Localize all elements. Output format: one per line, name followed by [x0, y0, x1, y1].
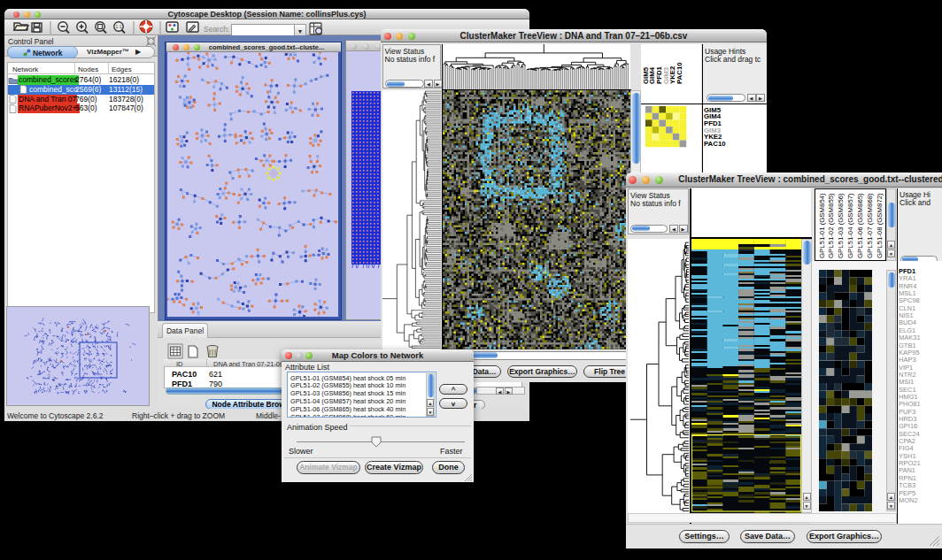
svg-text:1:1: 1:1	[116, 24, 122, 29]
svg-text:PAC10: PAC10	[676, 62, 683, 84]
svg-text:GPL51-08 (GSM872): GPL51-08 (GSM872)	[875, 192, 883, 257]
svg-text:GPL51-06 (GSM865): GPL51-06 (GSM865)	[856, 192, 864, 257]
svg-text:Search:: Search:	[204, 25, 229, 34]
svg-text:GPL51-02 (GSM855): GPL51-02 (GSM855)	[827, 192, 835, 257]
svg-text:GPL51-03 (GSM856): GPL51-03 (GSM856)	[837, 192, 845, 257]
svg-text:GPL51-04 (GSM857): GPL51-04 (GSM857)	[846, 192, 854, 257]
svg-text:GPL51-07 (GSM868): GPL51-07 (GSM868)	[866, 192, 874, 257]
svg-text:GPL51-01 (GSM854): GPL51-01 (GSM854)	[817, 192, 825, 257]
